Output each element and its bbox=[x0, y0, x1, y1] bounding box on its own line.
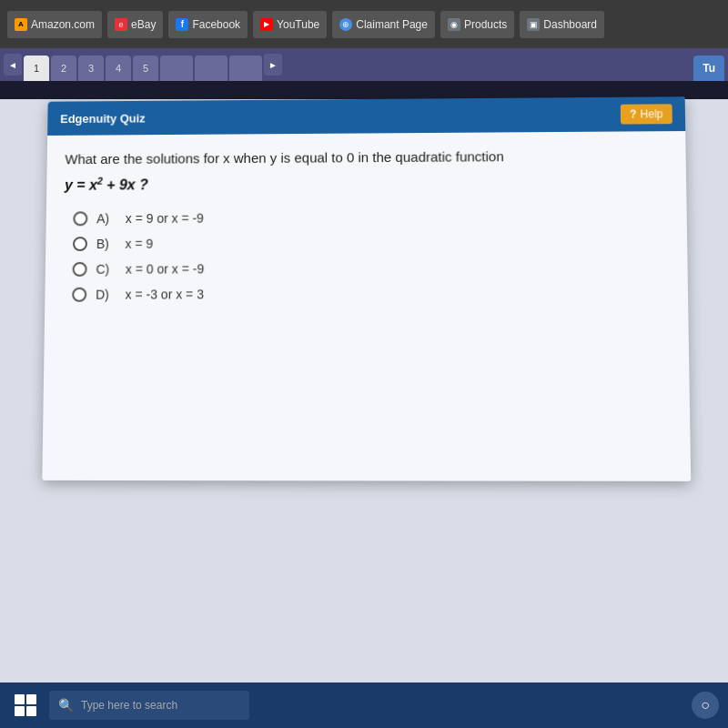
bookmark-dashboard[interactable]: ▣ Dashboard bbox=[520, 11, 604, 38]
tab-5[interactable]: 5 bbox=[133, 56, 158, 81]
bookmark-ebay-label: eBay bbox=[131, 18, 156, 31]
answer-choices: A) x = 9 or x = -9 B) x = 9 C) x = 0 or … bbox=[63, 208, 669, 302]
taskbar: 🔍 Type here to search ○ bbox=[0, 682, 728, 728]
main-content: Edgenuity Quiz ? Help What are the solut… bbox=[0, 99, 728, 701]
answer-choice-a[interactable]: A) x = 9 or x = -9 bbox=[73, 208, 668, 226]
circle-icon: ○ bbox=[701, 697, 710, 713]
bookmark-amazon-label: Amazon.com bbox=[31, 18, 95, 31]
bookmark-claimant-label: Claimant Page bbox=[356, 18, 428, 31]
tu-badge: Tu bbox=[693, 56, 724, 81]
bookmark-facebook-label: Facebook bbox=[192, 18, 240, 31]
dashboard-icon: ▣ bbox=[527, 18, 540, 31]
tab-empty-2[interactable] bbox=[195, 56, 228, 81]
question-text: What are the solutions for x when y is e… bbox=[65, 146, 667, 170]
tab-2[interactable]: 2 bbox=[51, 56, 76, 81]
radio-a[interactable] bbox=[73, 211, 87, 226]
taskbar-circle-button[interactable]: ○ bbox=[692, 692, 719, 719]
help-label: Help bbox=[640, 107, 662, 120]
bookmark-youtube[interactable]: ▶ YouTube bbox=[253, 11, 327, 38]
bookmark-claimant[interactable]: ⊕ Claimant Page bbox=[332, 11, 435, 38]
answer-choice-d[interactable]: D) x = -3 or x = 3 bbox=[72, 285, 669, 301]
answer-c-text: x = 0 or x = -9 bbox=[126, 261, 204, 276]
answer-b-text: x = 9 bbox=[125, 237, 153, 251]
help-icon: ? bbox=[630, 108, 637, 121]
answer-choice-c[interactable]: C) x = 0 or x = -9 bbox=[73, 259, 670, 276]
claimant-icon: ⊕ bbox=[339, 18, 352, 31]
bookmarks-bar: A Amazon.com e eBay f Facebook ▶ YouTube… bbox=[0, 0, 728, 48]
bookmark-dashboard-label: Dashboard bbox=[543, 18, 597, 31]
bookmark-facebook[interactable]: f Facebook bbox=[168, 11, 248, 38]
tab-4[interactable]: 4 bbox=[106, 56, 131, 81]
tab-nav-forward[interactable]: ► bbox=[264, 54, 282, 76]
bookmark-ebay[interactable]: e eBay bbox=[107, 11, 163, 38]
search-placeholder: Type here to search bbox=[81, 699, 177, 712]
bookmark-products-label: Products bbox=[464, 18, 507, 31]
question-formula: y = x2 + 9x ? bbox=[65, 172, 668, 194]
amazon-icon: A bbox=[15, 18, 27, 31]
tab-empty-3[interactable] bbox=[229, 56, 262, 81]
tab-3[interactable]: 3 bbox=[78, 56, 104, 81]
tab-nav-back[interactable]: ◄ bbox=[4, 54, 22, 76]
radio-b[interactable] bbox=[73, 237, 87, 251]
radio-c[interactable] bbox=[73, 262, 87, 277]
youtube-icon: ▶ bbox=[260, 18, 273, 31]
bookmark-products[interactable]: ◉ Products bbox=[440, 11, 514, 38]
windows-icon bbox=[15, 694, 36, 716]
quiz-title: Edgenuity Quiz bbox=[60, 111, 146, 125]
quiz-panel: Edgenuity Quiz ? Help What are the solut… bbox=[42, 96, 691, 481]
bookmark-youtube-label: YouTube bbox=[277, 18, 319, 31]
tab-1[interactable]: 1 bbox=[24, 56, 49, 81]
radio-d[interactable] bbox=[72, 288, 86, 302]
answer-d-text: x = -3 or x = 3 bbox=[126, 287, 205, 301]
answer-choice-b[interactable]: B) x = 9 bbox=[73, 234, 669, 251]
tab-bar: ◄ 1 2 3 4 5 ► Tu bbox=[0, 48, 728, 81]
quiz-body: What are the solutions for x when y is e… bbox=[42, 131, 691, 481]
bookmark-amazon[interactable]: A Amazon.com bbox=[7, 11, 102, 38]
answer-a-text: x = 9 or x = -9 bbox=[126, 211, 204, 226]
facebook-icon: f bbox=[176, 18, 188, 31]
help-button[interactable]: ? Help bbox=[621, 104, 672, 124]
quiz-header: Edgenuity Quiz ? Help bbox=[47, 96, 685, 136]
products-icon: ◉ bbox=[448, 18, 460, 31]
search-icon: 🔍 bbox=[58, 698, 74, 713]
tab-empty-1[interactable] bbox=[160, 56, 193, 81]
ebay-icon: e bbox=[115, 18, 127, 31]
taskbar-search[interactable]: 🔍 Type here to search bbox=[49, 691, 249, 720]
windows-button[interactable] bbox=[9, 689, 42, 722]
